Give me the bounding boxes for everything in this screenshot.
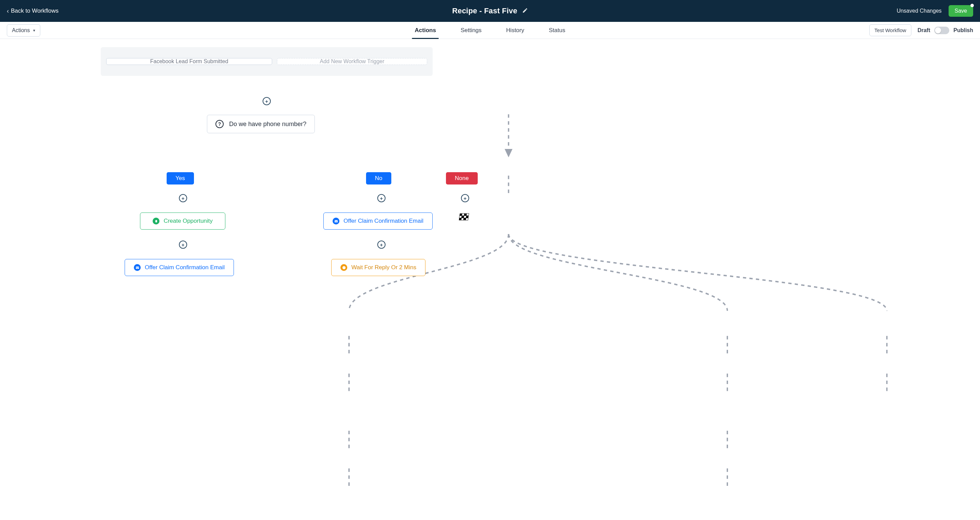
branch-yes[interactable]: Yes <box>167 172 194 185</box>
unsaved-indicator-dot <box>970 4 974 7</box>
dollar-icon <box>153 218 159 225</box>
svg-rect-7 <box>466 215 469 218</box>
action-wait-for-reply[interactable]: Wait For Reply Or 2 Mins <box>331 259 425 276</box>
flow-connectors <box>0 39 980 520</box>
tab-settings[interactable]: Settings <box>461 22 482 38</box>
svg-rect-4 <box>459 215 462 218</box>
condition-label: Do we have phone number? <box>229 121 306 128</box>
end-node <box>458 212 471 223</box>
publish-toggle[interactable] <box>934 27 949 34</box>
toggle-knob <box>935 27 941 33</box>
condition-do-we-have-phone[interactable]: ? Do we have phone number? <box>207 115 315 133</box>
add-step-button-yes-2[interactable] <box>179 241 187 249</box>
envelope-icon <box>134 264 141 271</box>
tab-actions[interactable]: Actions <box>415 22 436 38</box>
clock-icon <box>340 264 347 271</box>
add-step-button-no-1[interactable] <box>377 194 385 202</box>
svg-rect-3 <box>466 214 469 216</box>
question-mark-icon: ? <box>215 120 224 128</box>
finish-flag-icon <box>458 212 471 223</box>
pencil-icon <box>522 8 528 13</box>
add-step-button-yes-1[interactable] <box>179 194 187 202</box>
trigger-container: Facebook Lead Form Submitted Add New Wor… <box>101 47 433 76</box>
svg-rect-9 <box>461 218 464 220</box>
svg-rect-6 <box>464 215 466 218</box>
add-step-button[interactable] <box>262 97 271 105</box>
test-workflow-button[interactable]: Test Workflow <box>869 24 912 36</box>
branch-none[interactable]: None <box>446 172 478 185</box>
add-trigger-label: Add New Workflow Trigger <box>320 58 384 65</box>
add-step-button-no-2[interactable] <box>377 241 385 249</box>
add-new-trigger-button[interactable]: Add New Workflow Trigger <box>277 58 427 65</box>
action-offer-claim-email-yes[interactable]: Offer Claim Confirmation Email <box>125 259 234 276</box>
save-button-label: Save <box>955 8 967 14</box>
chevron-left-icon: ‹ <box>7 8 9 14</box>
trigger-facebook-lead-form[interactable]: Facebook Lead Form Submitted <box>106 58 272 65</box>
save-button[interactable]: Save <box>948 5 973 17</box>
svg-rect-11 <box>466 218 468 220</box>
actions-dropdown-label: Actions <box>12 27 30 33</box>
actions-dropdown[interactable]: Actions ▾ <box>7 24 40 37</box>
unsaved-changes-label: Unsaved Changes <box>897 8 942 14</box>
svg-rect-1 <box>462 214 465 216</box>
branch-no[interactable]: No <box>366 172 391 185</box>
publish-label: Publish <box>953 27 973 33</box>
tab-status[interactable]: Status <box>549 22 565 38</box>
draft-label: Draft <box>918 27 930 33</box>
edit-title-button[interactable] <box>522 8 528 15</box>
action-create-opportunity[interactable]: Create Opportunity <box>140 212 225 230</box>
action-offer-claim-email-no[interactable]: Offer Claim Confirmation Email <box>323 212 433 230</box>
back-to-workflows-link[interactable]: ‹ Back to Workflows <box>7 8 59 14</box>
trigger-label: Facebook Lead Form Submitted <box>150 58 228 65</box>
workflow-canvas[interactable]: Facebook Lead Form Submitted Add New Wor… <box>0 39 980 520</box>
back-link-label: Back to Workflows <box>11 8 59 14</box>
chevron-down-icon: ▾ <box>33 28 35 33</box>
add-step-button-none[interactable] <box>461 194 469 202</box>
envelope-icon <box>332 218 339 225</box>
tab-history[interactable]: History <box>506 22 524 38</box>
page-title: Recipe - Fast Five <box>452 6 517 15</box>
